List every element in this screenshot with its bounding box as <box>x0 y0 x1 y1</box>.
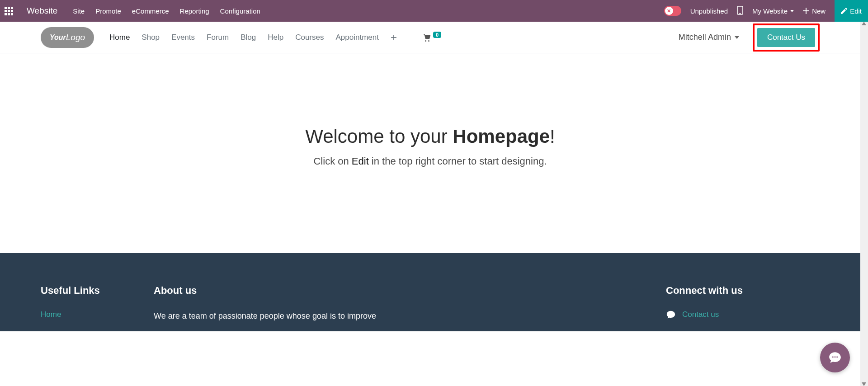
add-menu-icon[interactable]: + <box>391 31 397 44</box>
publish-toggle[interactable]: ✕ <box>664 6 681 16</box>
cart-icon <box>422 33 431 42</box>
contact-us-button[interactable]: Contact Us <box>757 28 815 47</box>
vertical-scrollbar[interactable] <box>860 22 868 386</box>
mobile-preview-icon[interactable] <box>737 6 743 16</box>
pencil-icon <box>841 8 847 14</box>
menu-promote[interactable]: Promote <box>95 7 121 15</box>
speech-bubble-icon <box>666 310 676 319</box>
footer-connect: Connect with us Contact us <box>666 285 820 322</box>
chevron-down-icon <box>790 10 794 12</box>
site-header-right: Mitchell Admin Contact Us <box>679 24 820 52</box>
hero-title-post: ! <box>550 126 555 147</box>
menu-site[interactable]: Site <box>73 7 85 15</box>
plus-icon <box>803 8 809 14</box>
nav-shop[interactable]: Shop <box>142 33 160 42</box>
menu-ecommerce[interactable]: eCommerce <box>132 7 169 15</box>
nav-events[interactable]: Events <box>171 33 195 42</box>
svg-rect-1 <box>739 13 741 14</box>
footer-connect-row: Contact us <box>666 310 820 319</box>
website-selector[interactable]: My Website <box>752 7 794 15</box>
nav-appointment[interactable]: Appointment <box>335 33 378 42</box>
footer-useful-links: Useful Links Home <box>41 285 136 322</box>
nav-help[interactable]: Help <box>268 33 283 42</box>
publish-state-label: Unpublished <box>690 7 728 15</box>
page-wrapper: YourLogo Home Shop Events Forum Blog Hel… <box>0 22 868 386</box>
hero-sub-pre: Click on <box>313 155 351 167</box>
nav-courses[interactable]: Courses <box>295 33 324 42</box>
top-bar-right: ✕ Unpublished My Website New Edit <box>664 0 863 22</box>
new-label: New <box>812 7 826 15</box>
top-bar-left: Website Site Promote eCommerce Reporting… <box>5 6 664 16</box>
content-area: YourLogo Home Shop Events Forum Blog Hel… <box>0 22 860 386</box>
user-name: Mitchell Admin <box>679 33 731 42</box>
nav-blog[interactable]: Blog <box>241 33 256 42</box>
chat-fab[interactable] <box>820 343 850 372</box>
logo-text-your: Your <box>50 33 66 42</box>
site-logo[interactable]: YourLogo <box>41 27 94 48</box>
footer-contact-link[interactable]: Contact us <box>682 310 719 319</box>
cart-button[interactable]: 0 <box>422 33 441 42</box>
user-menu[interactable]: Mitchell Admin <box>679 33 739 42</box>
footer-about-text: We are a team of passionate people whose… <box>154 310 407 322</box>
svg-point-2 <box>832 356 834 358</box>
site-header: YourLogo Home Shop Events Forum Blog Hel… <box>0 22 860 53</box>
footer-link-home[interactable]: Home <box>41 310 136 319</box>
website-selector-label: My Website <box>752 7 788 15</box>
highlight-annotation: Contact Us <box>753 24 820 52</box>
nav-forum[interactable]: Forum <box>207 33 229 42</box>
hero-title-pre: Welcome to your <box>305 126 453 147</box>
close-icon: ✕ <box>665 7 673 15</box>
module-brand[interactable]: Website <box>27 6 57 16</box>
hero-title: Welcome to your Homepage! <box>9 126 851 147</box>
svg-point-4 <box>836 356 838 358</box>
footer-about: About us We are a team of passionate peo… <box>154 285 407 322</box>
chevron-down-icon <box>735 36 739 39</box>
footer-about-title: About us <box>154 285 407 297</box>
footer-useful-title: Useful Links <box>41 285 136 297</box>
hero-section: Welcome to your Homepage! Click on Edit … <box>0 53 860 253</box>
edit-label: Edit <box>850 7 862 15</box>
admin-top-bar: Website Site Promote eCommerce Reporting… <box>0 0 868 22</box>
chat-icon <box>828 351 842 364</box>
menu-reporting[interactable]: Reporting <box>180 7 209 15</box>
edit-button[interactable]: Edit <box>835 0 868 22</box>
hero-title-strong: Homepage <box>453 126 550 147</box>
svg-point-3 <box>834 356 835 358</box>
hero-sub-edit: Edit <box>352 155 369 167</box>
logo-text-logo: Logo <box>66 33 85 42</box>
hero-sub-post: in the top right corner to start designi… <box>369 155 547 167</box>
cart-count-badge: 0 <box>433 32 441 38</box>
site-footer: Useful Links Home About us We are a team… <box>0 253 860 331</box>
footer-connect-title: Connect with us <box>666 285 820 297</box>
new-button[interactable]: New <box>803 7 826 15</box>
hero-subtitle: Click on Edit in the top right corner to… <box>9 155 851 167</box>
site-nav: Home Shop Events Forum Blog Help Courses… <box>109 31 679 44</box>
menu-configuration[interactable]: Configuration <box>220 7 260 15</box>
apps-grid-icon[interactable] <box>5 7 13 15</box>
nav-home[interactable]: Home <box>109 33 130 42</box>
